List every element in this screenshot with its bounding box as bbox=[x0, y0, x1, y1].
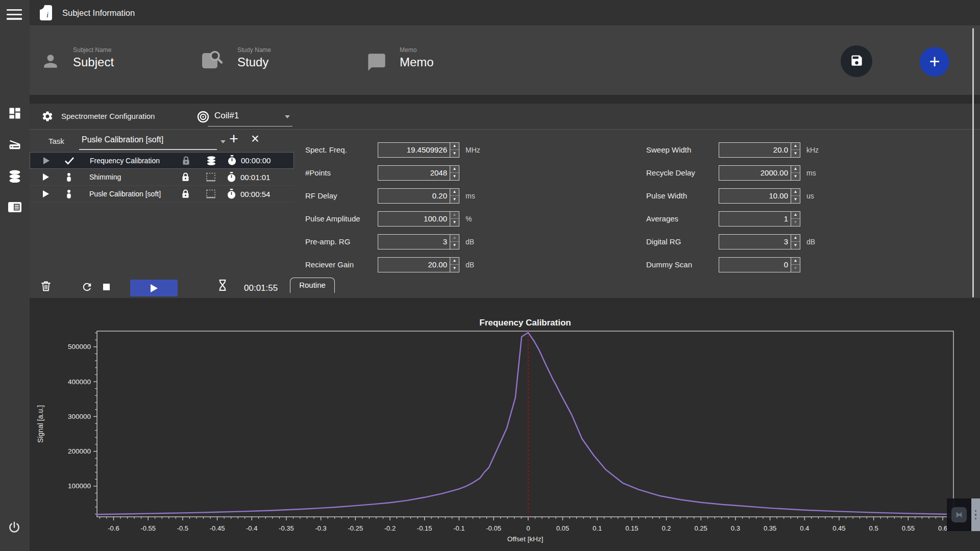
spinner-down-button[interactable]: ▼ bbox=[450, 264, 459, 272]
svg-text:0.2: 0.2 bbox=[662, 524, 671, 532]
spinner-up-button[interactable]: ▲ bbox=[450, 258, 459, 265]
add-task-button[interactable]: + bbox=[227, 130, 241, 147]
floating-widget-body[interactable] bbox=[947, 498, 971, 531]
delete-icon[interactable] bbox=[41, 281, 51, 294]
task-label: Task bbox=[48, 137, 64, 145]
param-row: Dummy Scan 0 ▲ ▼ bbox=[646, 253, 828, 276]
repeat-icon[interactable] bbox=[81, 281, 93, 295]
task-row[interactable]: Pusle Calibration [soft] 00:00:54 bbox=[30, 186, 294, 203]
play-icon[interactable] bbox=[43, 157, 50, 164]
param-input[interactable]: 2048 ▲ ▼ bbox=[378, 165, 459, 181]
subject-name-field[interactable]: Subject Name Subject bbox=[73, 46, 114, 69]
spinner-up-button[interactable]: ▲ bbox=[791, 235, 800, 242]
database-icon[interactable] bbox=[8, 170, 22, 184]
bowtie-logo-icon bbox=[951, 507, 967, 522]
menu-icon[interactable] bbox=[7, 9, 22, 20]
stop-button[interactable] bbox=[103, 284, 110, 290]
spinner-up-button[interactable]: ▲ bbox=[450, 143, 459, 150]
param-input[interactable]: 0.20 ▲ ▼ bbox=[378, 188, 459, 204]
scanner-icon[interactable] bbox=[8, 137, 22, 152]
spinner-up-button[interactable]: ▲ bbox=[791, 189, 800, 196]
scrollbar[interactable] bbox=[972, 28, 974, 297]
spinner-down-button[interactable]: ▼ bbox=[450, 149, 459, 157]
stopwatch-icon bbox=[226, 172, 236, 183]
spectrometer-config-panel: Spectrometer Configuration Coil#1 Task P… bbox=[30, 104, 980, 298]
spinner-up-button[interactable]: ▲ bbox=[791, 166, 800, 173]
page-title: Subject Information bbox=[62, 0, 135, 26]
param-input[interactable]: 2000.00 ▲ ▼ bbox=[719, 165, 800, 181]
study-name-field[interactable]: Study Name Study bbox=[237, 46, 271, 69]
spinner-up-button[interactable]: ▲ bbox=[450, 189, 459, 196]
spinner-down-button[interactable]: ▼ bbox=[791, 218, 800, 226]
task-duration: 00:00:00 bbox=[241, 156, 271, 165]
param-value: 0.20 bbox=[378, 189, 450, 203]
coil-select[interactable]: Coil#1 bbox=[214, 104, 239, 128]
floating-widget[interactable] bbox=[947, 498, 980, 531]
spinner-down-button[interactable]: ▼ bbox=[791, 264, 800, 272]
param-input[interactable]: 19.4509926 ▲ ▼ bbox=[378, 142, 459, 158]
task-select[interactable]: Pusle Calibration [soft] bbox=[82, 135, 163, 144]
param-input[interactable]: 0 ▲ ▼ bbox=[719, 257, 800, 272]
params-column-right: Sweep Width 20.0 ▲ ▼ kHz Recycle Delay 2… bbox=[646, 138, 828, 276]
param-unit: ms bbox=[806, 169, 828, 177]
spinner-down-button[interactable]: ▼ bbox=[791, 149, 800, 157]
param-input[interactable]: 3 ▲ ▼ bbox=[719, 234, 800, 249]
vertical-dots-icon[interactable] bbox=[971, 498, 980, 531]
remove-task-button[interactable]: × bbox=[248, 131, 262, 147]
spinner-down-button[interactable]: ▼ bbox=[791, 241, 800, 249]
param-input[interactable]: 20.0 ▲ ▼ bbox=[719, 142, 800, 158]
spinner-up-button[interactable]: ▲ bbox=[791, 258, 800, 265]
spinner-up-button[interactable]: ▲ bbox=[450, 166, 459, 173]
spinner-up-button[interactable]: ▲ bbox=[450, 212, 459, 219]
param-value: 3 bbox=[378, 235, 450, 249]
params-column-left: Spect. Freq. 19.4509926 ▲ ▼ MHz #Points … bbox=[305, 138, 487, 276]
param-input[interactable]: 10.00 ▲ ▼ bbox=[719, 188, 800, 204]
play-button[interactable] bbox=[130, 280, 178, 296]
spinner-down-button[interactable]: ▼ bbox=[791, 172, 800, 180]
param-label: Pulse Amplitude bbox=[305, 214, 378, 223]
spinner-up-button[interactable]: ▲ bbox=[791, 212, 800, 219]
spinner-down-button[interactable]: ▼ bbox=[450, 172, 459, 180]
svg-text:500000: 500000 bbox=[68, 343, 91, 350]
chevron-down-icon[interactable] bbox=[220, 140, 226, 143]
param-label: Reciever Gain bbox=[305, 260, 378, 269]
task-row[interactable]: Shimming 00:01:01 bbox=[30, 169, 294, 186]
param-input[interactable]: 20.00 ▲ ▼ bbox=[378, 257, 459, 272]
param-input[interactable]: 3 ▲ ▼ bbox=[378, 234, 459, 249]
news-icon[interactable] bbox=[8, 201, 22, 215]
spinner-down-button[interactable]: ▼ bbox=[791, 195, 800, 203]
play-icon[interactable] bbox=[43, 190, 49, 197]
study-search-icon bbox=[201, 49, 224, 72]
param-unit: dB bbox=[465, 261, 487, 269]
chevron-down-icon[interactable] bbox=[285, 115, 290, 118]
svg-text:-0.3: -0.3 bbox=[315, 524, 326, 532]
spinner-down-button[interactable]: ▼ bbox=[450, 218, 459, 226]
svg-text:-0.4: -0.4 bbox=[246, 524, 257, 532]
svg-text:0.1: 0.1 bbox=[593, 524, 602, 532]
task-row[interactable]: Frequency Calibration 00:00:00 bbox=[30, 152, 294, 169]
param-row: Sweep Width 20.0 ▲ ▼ kHz bbox=[646, 138, 828, 161]
task-name: Shimming bbox=[89, 173, 180, 181]
play-icon bbox=[151, 284, 158, 292]
save-button[interactable] bbox=[841, 45, 872, 77]
memo-field[interactable]: Memo Memo bbox=[400, 46, 434, 69]
spinner-down-button[interactable]: ▼ bbox=[450, 195, 459, 203]
add-button[interactable]: + bbox=[920, 47, 949, 77]
param-input[interactable]: 1 ▲ ▼ bbox=[719, 211, 800, 227]
spinner-up-button[interactable]: ▲ bbox=[450, 235, 459, 242]
dashboard-icon[interactable] bbox=[8, 106, 22, 120]
power-icon[interactable] bbox=[8, 521, 22, 535]
spinner: ▲ ▼ bbox=[450, 258, 459, 272]
param-input[interactable]: 100.00 ▲ ▼ bbox=[378, 211, 459, 227]
tab-routine[interactable]: Routine bbox=[290, 278, 335, 293]
spinner-up-button[interactable]: ▲ bbox=[791, 143, 800, 150]
svg-text:-0.6: -0.6 bbox=[108, 524, 119, 532]
svg-text:0.15: 0.15 bbox=[625, 524, 638, 532]
svg-text:200000: 200000 bbox=[68, 447, 91, 455]
param-unit: % bbox=[465, 215, 487, 223]
spinner-down-button[interactable]: ▼ bbox=[450, 241, 459, 249]
play-icon[interactable] bbox=[43, 173, 49, 181]
frequency-calibration-chart: -0.6-0.55-0.5-0.45-0.4-0.35-0.3-0.25-0.2… bbox=[30, 302, 980, 551]
svg-text:i: i bbox=[46, 11, 48, 19]
spinner: ▲ ▼ bbox=[791, 189, 800, 203]
